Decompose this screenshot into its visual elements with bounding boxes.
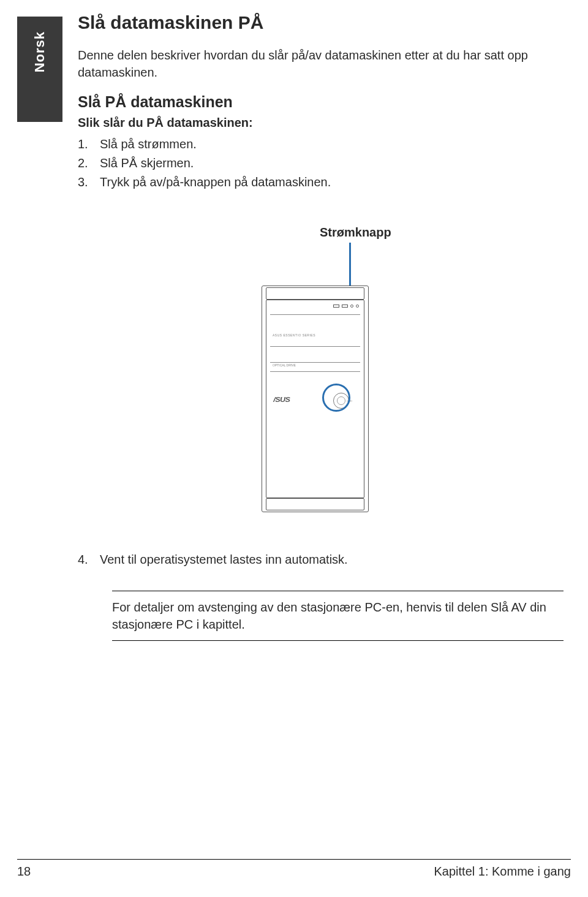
page-content: Slå datamaskinen PÅ Denne delen beskrive… [78, 12, 570, 641]
computer-tower-illustration: ASUS ESSENTIO SERIES OPTICAL DRIVE /SUS … [262, 286, 369, 512]
step-text: Trykk på av/på-knappen på datamaskinen. [100, 173, 331, 192]
section-subheading: Slik slår du PÅ datamaskinen: [78, 116, 570, 130]
divider [112, 640, 564, 641]
callout-circle [322, 384, 350, 412]
page-number: 18 [17, 865, 31, 879]
usb-port-icon [333, 305, 339, 308]
step-text: Slå på strømmen. [100, 135, 197, 154]
section-heading: Slå PÅ datamaskinen [78, 93, 570, 111]
step-item: 4. Vent til operatisystemet lastes inn a… [78, 550, 570, 569]
step-number: 1. [78, 135, 100, 154]
power-button-label: Strømknapp [320, 225, 391, 240]
step-number: 3. [78, 173, 100, 192]
divider [112, 591, 564, 591]
audio-jack-icon [356, 305, 359, 308]
note-text: For detaljer om avstenging av den stasjo… [112, 599, 564, 633]
audio-jack-icon [350, 305, 353, 308]
page-title: Slå datamaskinen PÅ [78, 12, 570, 33]
series-label: ASUS ESSENTIO SERIES [273, 333, 315, 337]
step-item: 1. Slå på strømmen. [78, 135, 570, 154]
divider [17, 859, 571, 860]
note-block: For detaljer om avstenging av den stasjo… [112, 591, 564, 641]
usb-port-icon [342, 305, 348, 308]
page-footer: 18 Kapittel 1: Komme i gang [17, 859, 571, 879]
language-label: Norsk [32, 31, 48, 72]
optical-drive-label: OPTICAL DRIVE [273, 363, 296, 367]
chapter-label: Kapittel 1: Komme i gang [434, 865, 571, 879]
step-text: Slå PÅ skjermen. [100, 154, 194, 173]
front-ports [279, 303, 359, 309]
language-sidebar-tab: Norsk [17, 17, 62, 122]
asus-logo: /SUS [273, 396, 290, 403]
intro-paragraph: Denne delen beskriver hvordan du slår på… [78, 47, 570, 81]
figure-area: Strømknapp ASUS ESSENTIO SERIES OPTICAL … [78, 225, 570, 526]
step-number: 4. [78, 550, 100, 569]
step-text: Vent til operatisystemet lastes inn auto… [100, 550, 348, 569]
step-item: 3. Trykk på av/på-knappen på datamaskine… [78, 173, 570, 192]
step-item: 2. Slå PÅ skjermen. [78, 154, 570, 173]
step-number: 2. [78, 154, 100, 173]
